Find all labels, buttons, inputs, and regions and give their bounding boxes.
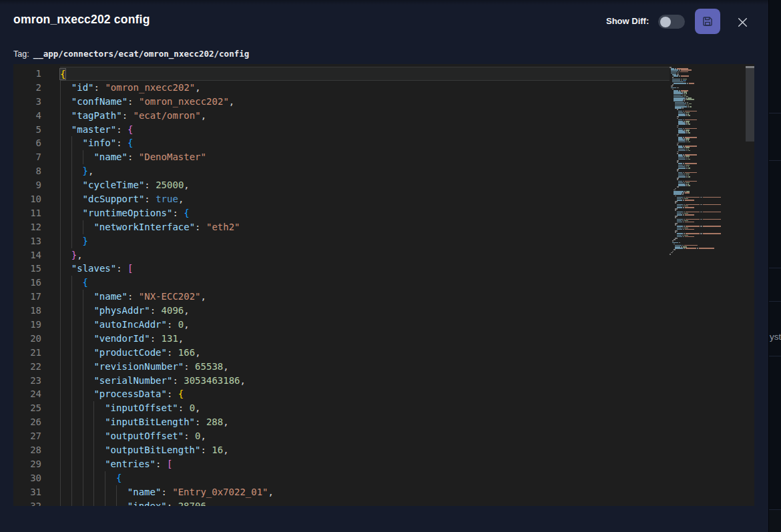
code-line[interactable]: 7"name": "DenoMaster"	[13, 150, 754, 164]
minimap-segment	[686, 248, 696, 249]
minimap-segment	[688, 132, 690, 134]
minimap-segment	[681, 75, 690, 77]
gutter-gap	[41, 178, 60, 192]
line-number: 4	[13, 109, 41, 123]
indent-guide	[60, 499, 61, 506]
minimap-segment	[685, 207, 694, 208]
indent-guide	[71, 415, 72, 429]
code-line[interactable]: 32"index": 28706	[13, 499, 754, 506]
code-line[interactable]: 5"master": {	[13, 123, 754, 137]
gutter-gap	[41, 220, 60, 234]
token-b3: {	[127, 138, 133, 148]
code-line[interactable]: 25"inputOffset": 0,	[13, 401, 754, 415]
code-line[interactable]: 23"serialNumber": 3053463186,	[13, 374, 754, 388]
token-punc: ,	[178, 333, 184, 344]
line-body: "name": "Entry_0x7022_01",	[60, 485, 670, 499]
minimap-segment	[685, 214, 694, 216]
tag-label: Tag:	[13, 49, 29, 59]
indent-guide	[83, 374, 83, 388]
indent-guide	[71, 178, 72, 192]
code-line[interactable]: 30{	[13, 471, 754, 485]
line-number: 10	[13, 192, 41, 206]
token-key: "serialNumber"	[93, 375, 172, 386]
code-line[interactable]: 29"entries": [	[13, 457, 754, 471]
code-line[interactable]: 20"vendorId": 131,	[13, 332, 754, 346]
code-line[interactable]: 1{	[13, 67, 754, 81]
code-line[interactable]: 24"processData": {	[13, 387, 754, 401]
json-editor[interactable]: 1{2"id": "omron_nxecc202",3"confName": "…	[13, 64, 754, 506]
minimap-segment	[683, 214, 684, 216]
line-number: 5	[13, 123, 41, 137]
code-line[interactable]: 6"info": {	[13, 136, 754, 150]
indent-guide	[71, 192, 72, 206]
token-key: "name"	[93, 291, 127, 302]
indent-guide	[60, 401, 61, 415]
code-line[interactable]: 18"physAddr": 4096,	[13, 304, 754, 318]
code-line[interactable]: 26"inputBitLength": 288,	[13, 415, 754, 429]
indent-guide	[60, 332, 61, 346]
code-line[interactable]: 22"revisionNumber": 65538,	[13, 360, 754, 374]
line-number: 6	[13, 136, 41, 150]
code-line[interactable]: 10"dcSupport": true,	[13, 192, 754, 206]
indent-guide	[71, 457, 72, 471]
code-line[interactable]: 15"slaves": [	[13, 262, 754, 276]
vertical-scrollbar-thumb[interactable]	[746, 66, 754, 142]
minimap-segment	[703, 197, 721, 198]
indent-guide	[60, 304, 61, 318]
minimap[interactable]	[670, 67, 746, 255]
code-line[interactable]: 11"runtimeOptions": {	[13, 206, 754, 220]
gutter-gap	[41, 332, 60, 346]
code-line[interactable]: 31"name": "Entry_0x7022_01",	[13, 485, 754, 499]
code-line[interactable]: 17"name": "NX-ECC202",	[13, 290, 754, 304]
minimap-segment	[685, 200, 694, 201]
indent-guide	[105, 485, 105, 499]
code-line[interactable]: 9"cycleTime": 25000,	[13, 178, 754, 192]
indent-guide	[83, 332, 83, 346]
token-b3: {	[83, 277, 88, 288]
token-punc: :	[195, 222, 206, 232]
code-line[interactable]: 19"autoIncAddr": 0,	[13, 318, 754, 332]
indent-guide	[60, 192, 61, 206]
indent-guide	[71, 220, 72, 234]
token-key: "cycleTime"	[83, 180, 145, 190]
token-num: 0	[195, 431, 200, 441]
code-line[interactable]: 27"outputOffset": 0,	[13, 429, 754, 443]
code-line[interactable]: 4"tagPath": "ecat/omron",	[13, 109, 754, 123]
show-diff-toggle[interactable]	[658, 15, 685, 29]
close-button[interactable]	[734, 14, 750, 30]
token-punc: :	[94, 82, 105, 93]
line-body: "id": "omron_nxecc202",	[60, 81, 670, 95]
token-punc: :	[144, 194, 156, 204]
gutter-gap	[41, 374, 60, 388]
line-body: "confName": "omron_nxecc202",	[60, 95, 670, 109]
token-num: 3053463186	[184, 375, 240, 386]
code-line[interactable]: 28"outputBitLength": 16,	[13, 443, 754, 457]
token-punc: :	[116, 138, 127, 148]
code-line[interactable]: 2"id": "omron_nxecc202",	[13, 81, 754, 95]
modal-title: omron_nxecc202 config	[13, 13, 150, 27]
indent-guide	[71, 150, 72, 164]
code-line[interactable]: 12"networkInterface": "eth2"	[13, 220, 754, 234]
token-key: "tagPath"	[71, 110, 122, 121]
code-line[interactable]: 14},	[13, 248, 754, 262]
code-line[interactable]: 16{	[13, 276, 754, 290]
code-line[interactable]: 21"productCode": 166,	[13, 346, 754, 360]
line-number: 19	[13, 318, 41, 332]
token-key: "outputOffset"	[105, 431, 184, 441]
token-b3: {	[184, 208, 189, 218]
save-button[interactable]	[695, 9, 720, 34]
token-str: "eth2"	[206, 222, 240, 232]
token-punc: ,	[223, 417, 228, 427]
gutter-gap	[41, 262, 60, 276]
indent-guide	[60, 109, 61, 123]
code-line[interactable]: 13}	[13, 234, 754, 248]
indent-guide	[116, 499, 117, 506]
gutter-gap	[41, 387, 60, 401]
minimap-segment	[686, 159, 688, 160]
token-str: "NX-ECC202"	[139, 291, 201, 302]
token-key: "confName"	[71, 96, 127, 107]
indent-guide	[60, 443, 61, 457]
minimap-segment	[683, 236, 684, 238]
code-line[interactable]: 8},	[13, 164, 754, 178]
code-line[interactable]: 3"confName": "omron_nxecc202",	[13, 95, 754, 109]
